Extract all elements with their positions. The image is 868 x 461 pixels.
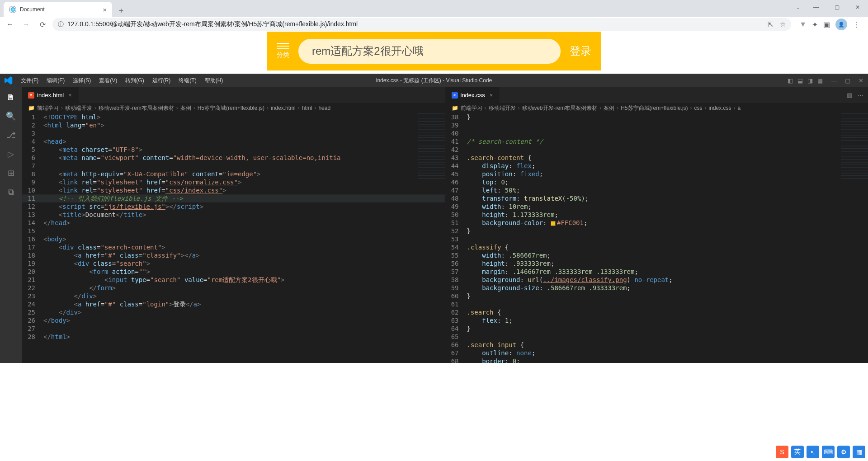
maximize-icon[interactable]: ▢ (845, 77, 850, 84)
menu-icon[interactable]: ⋮ (853, 20, 860, 29)
code-line[interactable]: 42 (445, 146, 868, 154)
profile-avatar[interactable]: 👤 (835, 19, 847, 30)
code-line[interactable]: 26</body> (22, 316, 445, 325)
code-line[interactable]: 13 <title>Document</title> (22, 211, 445, 219)
menu-item[interactable]: 查看(V) (95, 77, 121, 85)
breadcrumb-item[interactable]: head (318, 105, 330, 111)
forward-button[interactable]: → (20, 18, 33, 31)
ime-keyboard-icon[interactable]: ⌨ (822, 446, 835, 458)
breadcrumb-item[interactable]: index.html (271, 105, 296, 111)
code-line[interactable]: 7 (22, 162, 445, 170)
code-line[interactable]: 45 position: fixed; (445, 170, 868, 178)
code-line[interactable]: 10 <link rel="stylesheet" href="css/inde… (22, 186, 445, 194)
code-line[interactable]: 49 width: 10rem; (445, 202, 868, 211)
tab-index-html[interactable]: 5 index.html × (22, 87, 79, 103)
search-icon[interactable]: 🔍 (5, 111, 16, 122)
breadcrumb-item[interactable]: 移动web开发-rem布局案例素材 (522, 104, 598, 112)
code-line[interactable]: 9 <link rel="stylesheet" href="css/norma… (22, 178, 445, 186)
code-line[interactable]: 24 <a href="#" class="login">登录</a> (22, 300, 445, 308)
breadcrumb-right[interactable]: 📁前端学习›移动端开发›移动web开发-rem布局案例素材›案例›H5苏宁商城(… (445, 103, 868, 113)
code-line[interactable]: 12 <script src="js/flexible.js"></script… (22, 202, 445, 211)
login-link[interactable]: 登录 (570, 44, 591, 58)
code-line[interactable]: 1<!DOCTYPE html> (22, 113, 445, 121)
breadcrumb-item[interactable]: a (738, 105, 741, 111)
extension-icon[interactable]: ▼ (799, 20, 807, 28)
source-control-icon[interactable]: ⎇ (5, 130, 16, 141)
code-line[interactable]: 5 <meta charset="UTF-8"> (22, 146, 445, 154)
code-line[interactable]: 41/* search-content */ (445, 137, 868, 146)
menu-item[interactable]: 运行(R) (149, 77, 175, 85)
close-icon[interactable]: × (103, 6, 107, 14)
url-input[interactable]: ⓘ 127.0.0.1:5500/移动端开发/移动web开发-rem布局案例素材… (52, 18, 791, 31)
breadcrumb-item[interactable]: 前端学习 (37, 104, 59, 112)
code-line[interactable]: 46 top: 0; (445, 178, 868, 186)
code-line[interactable]: 3 (22, 129, 445, 137)
code-line[interactable]: 25 </div> (22, 308, 445, 316)
code-line[interactable]: 39 (445, 121, 868, 129)
menu-item[interactable]: 帮助(H) (201, 77, 227, 85)
code-line[interactable]: 14</head> (22, 219, 445, 227)
code-line[interactable]: 4<head> (22, 137, 445, 146)
code-line[interactable]: 8 <meta http-equiv="X-UA-Compatible" con… (22, 170, 445, 178)
code-line[interactable]: 66.search input { (445, 341, 868, 349)
code-line[interactable]: 2<html lang="en"> (22, 121, 445, 129)
extensions-icon[interactable]: ✦ (812, 20, 818, 29)
split-editor-icon[interactable]: ▥ (847, 92, 852, 99)
code-line[interactable]: 11 <!-- 引入我们的flexible.js 文件 --> (22, 194, 445, 202)
layout-left-icon[interactable]: ◧ (788, 77, 793, 84)
code-line[interactable]: 28</html> (22, 333, 445, 341)
ime-punct-icon[interactable]: •, (807, 446, 819, 458)
tab-index-css[interactable]: # index.css × (445, 87, 500, 103)
maximize-icon[interactable]: ▢ (826, 0, 847, 14)
more-icon[interactable]: ⋯ (858, 92, 863, 99)
breadcrumb-item[interactable]: 移动端开发 (65, 104, 92, 112)
ime-grid-icon[interactable]: ▦ (853, 446, 865, 458)
share-icon[interactable]: ⇱ (768, 20, 774, 28)
code-line[interactable]: 6 <meta name="viewport" content="width=d… (22, 154, 445, 162)
code-line[interactable]: 62.search { (445, 308, 868, 316)
code-line[interactable]: 61 (445, 300, 868, 308)
info-icon[interactable]: ⓘ (58, 20, 64, 28)
code-line[interactable]: 27 (22, 325, 445, 333)
code-line[interactable]: 18 <a href="#" class="classify"></a> (22, 251, 445, 259)
debug-icon[interactable]: ▷ (5, 149, 16, 160)
code-line[interactable]: 68 border: 0; (445, 357, 868, 363)
code-line[interactable]: 22 </form> (22, 284, 445, 292)
remote-icon[interactable]: ⧉ (5, 187, 16, 198)
code-line[interactable]: 52} (445, 227, 868, 235)
reload-button[interactable]: ⟳ (36, 18, 49, 31)
code-line[interactable]: 23 </div> (22, 292, 445, 300)
ime-settings-icon[interactable]: ⚙ (837, 446, 850, 458)
code-line[interactable]: 16<body> (22, 235, 445, 243)
menu-item[interactable]: 转到(G) (122, 77, 147, 85)
breadcrumb-item[interactable]: index.css (709, 105, 731, 111)
layout-bottom-icon[interactable]: ⬓ (797, 77, 803, 84)
code-line[interactable]: 15 (22, 227, 445, 235)
code-line[interactable]: 55 width: .586667rem; (445, 251, 868, 259)
minimize-icon[interactable]: — (831, 77, 837, 84)
code-line[interactable]: 63 flex: 1; (445, 316, 868, 325)
code-line[interactable]: 38} (445, 113, 868, 121)
code-line[interactable]: 40 (445, 129, 868, 137)
breadcrumb-item[interactable]: 移动web开发-rem布局案例素材 (99, 104, 174, 112)
code-line[interactable]: 21 <input type="search" value="rem适配方案2很… (22, 276, 445, 284)
breadcrumb-item[interactable]: 移动端开发 (489, 104, 516, 112)
code-line[interactable]: 47 left: 50%; (445, 186, 868, 194)
breadcrumb-item[interactable]: H5苏宁商城(rem+flexible.js) (198, 104, 264, 112)
panel-icon[interactable]: ▣ (823, 20, 830, 29)
ime-cn-icon[interactable]: 英 (791, 446, 804, 458)
code-line[interactable]: 60} (445, 292, 868, 300)
code-line[interactable]: 44 display: flex; (445, 162, 868, 170)
breadcrumb-left[interactable]: 📁前端学习›移动端开发›移动web开发-rem布局案例素材›案例›H5苏宁商城(… (22, 103, 445, 113)
code-line[interactable]: 57 margin: .146667rem .333333rem .133333… (445, 268, 868, 276)
code-editor-left[interactable]: 1<!DOCTYPE html>2<html lang="en">34<head… (22, 113, 445, 363)
code-line[interactable]: 20 <form action=""> (22, 268, 445, 276)
code-line[interactable]: 17 <div class="search-content"> (22, 243, 445, 251)
code-line[interactable]: 53 (445, 235, 868, 243)
breadcrumb-item[interactable]: css (694, 105, 703, 111)
ime-sogou-icon[interactable]: S (776, 446, 788, 458)
close-icon[interactable]: × (68, 92, 72, 99)
layout-grid-icon[interactable]: ▦ (817, 77, 823, 84)
bookmark-icon[interactable]: ☆ (780, 20, 786, 28)
code-line[interactable]: 43.search-content { (445, 154, 868, 162)
